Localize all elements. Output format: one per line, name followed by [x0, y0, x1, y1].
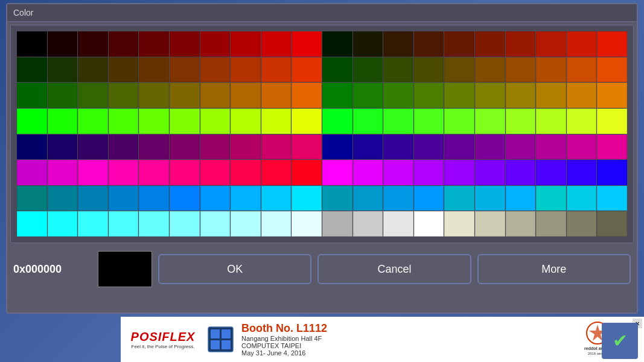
color-swatch[interactable] — [170, 109, 200, 134]
color-swatch[interactable] — [231, 83, 261, 108]
cancel-button[interactable]: Cancel — [317, 254, 471, 284]
color-swatch[interactable] — [597, 31, 627, 57]
color-swatch[interactable] — [17, 31, 47, 57]
color-swatch[interactable] — [597, 211, 627, 237]
color-swatch[interactable] — [170, 135, 200, 160]
color-swatch[interactable] — [597, 57, 627, 83]
color-swatch[interactable] — [200, 211, 231, 237]
color-swatch[interactable] — [231, 135, 261, 160]
color-swatch[interactable] — [109, 186, 139, 211]
color-swatch[interactable] — [383, 83, 413, 108]
color-swatch[interactable] — [170, 211, 200, 237]
color-swatch[interactable] — [353, 83, 383, 108]
color-swatch[interactable] — [48, 83, 78, 108]
color-swatch[interactable] — [109, 109, 139, 134]
color-swatch[interactable] — [139, 31, 169, 57]
color-swatch[interactable] — [109, 160, 139, 185]
color-swatch[interactable] — [383, 135, 413, 160]
color-swatch[interactable] — [353, 160, 383, 185]
color-swatch[interactable] — [322, 57, 352, 83]
color-swatch[interactable] — [200, 135, 231, 160]
color-swatch[interactable] — [139, 211, 169, 237]
color-swatch[interactable] — [109, 211, 139, 237]
color-swatch[interactable] — [383, 57, 413, 83]
color-swatch[interactable] — [567, 211, 597, 237]
ok-button[interactable]: OK — [158, 254, 311, 284]
color-swatch[interactable] — [48, 186, 78, 211]
color-swatch[interactable] — [261, 109, 292, 134]
color-swatch[interactable] — [78, 211, 108, 237]
color-swatch[interactable] — [414, 135, 444, 160]
color-swatch[interactable] — [567, 31, 597, 57]
color-swatch[interactable] — [475, 211, 505, 237]
color-swatch[interactable] — [536, 160, 566, 185]
color-swatch[interactable] — [292, 160, 322, 185]
color-swatch[interactable] — [17, 135, 47, 160]
color-swatch[interactable] — [475, 109, 505, 134]
color-swatch[interactable] — [536, 31, 566, 57]
color-swatch[interactable] — [48, 211, 78, 237]
color-swatch[interactable] — [567, 57, 597, 83]
color-swatch[interactable] — [200, 31, 231, 57]
color-swatch[interactable] — [261, 135, 292, 160]
color-swatch[interactable] — [506, 57, 536, 83]
color-swatch[interactable] — [506, 135, 536, 160]
color-swatch[interactable] — [170, 31, 200, 57]
color-swatch[interactable] — [322, 160, 352, 185]
color-swatch[interactable] — [536, 109, 566, 134]
color-swatch[interactable] — [383, 109, 413, 134]
color-swatch[interactable] — [567, 109, 597, 134]
color-swatch[interactable] — [444, 135, 474, 160]
color-swatch[interactable] — [475, 160, 505, 185]
color-swatch[interactable] — [231, 160, 261, 185]
color-swatch[interactable] — [383, 31, 413, 57]
color-swatch[interactable] — [353, 186, 383, 211]
color-swatch[interactable] — [353, 109, 383, 134]
color-swatch[interactable] — [506, 211, 536, 237]
color-swatch[interactable] — [17, 109, 47, 134]
color-swatch[interactable] — [139, 57, 169, 83]
color-swatch[interactable] — [139, 135, 169, 160]
color-swatch[interactable] — [414, 160, 444, 185]
color-swatch[interactable] — [17, 160, 47, 185]
color-swatch[interactable] — [322, 186, 352, 211]
color-swatch[interactable] — [414, 109, 444, 134]
color-swatch[interactable] — [322, 135, 352, 160]
color-swatch[interactable] — [506, 31, 536, 57]
color-swatch[interactable] — [109, 83, 139, 108]
color-swatch[interactable] — [444, 211, 474, 237]
color-swatch[interactable] — [475, 57, 505, 83]
color-swatch[interactable] — [109, 57, 139, 83]
color-swatch[interactable] — [292, 135, 322, 160]
color-swatch[interactable] — [200, 160, 231, 185]
color-swatch[interactable] — [353, 211, 383, 237]
color-swatch[interactable] — [78, 186, 108, 211]
color-swatch[interactable] — [383, 186, 413, 211]
color-swatch[interactable] — [353, 135, 383, 160]
color-swatch[interactable] — [567, 135, 597, 160]
color-swatch[interactable] — [139, 186, 169, 211]
color-swatch[interactable] — [17, 83, 47, 108]
color-swatch[interactable] — [444, 83, 474, 108]
color-swatch[interactable] — [170, 160, 200, 185]
color-swatch[interactable] — [597, 135, 627, 160]
color-swatch[interactable] — [322, 211, 352, 237]
color-swatch[interactable] — [536, 57, 566, 83]
color-swatch[interactable] — [383, 160, 413, 185]
color-swatch[interactable] — [444, 57, 474, 83]
color-swatch[interactable] — [292, 109, 322, 134]
color-swatch[interactable] — [322, 83, 352, 108]
color-swatch[interactable] — [414, 31, 444, 57]
color-swatch[interactable] — [506, 83, 536, 108]
color-swatch[interactable] — [17, 186, 47, 211]
color-swatch[interactable] — [48, 57, 78, 83]
color-swatch[interactable] — [475, 135, 505, 160]
color-swatch[interactable] — [536, 211, 566, 237]
color-swatch[interactable] — [506, 186, 536, 211]
color-swatch[interactable] — [139, 83, 169, 108]
color-swatch[interactable] — [444, 186, 474, 211]
color-swatch[interactable] — [231, 211, 261, 237]
color-swatch[interactable] — [78, 160, 108, 185]
color-swatch[interactable] — [109, 31, 139, 57]
color-swatch[interactable] — [444, 109, 474, 134]
